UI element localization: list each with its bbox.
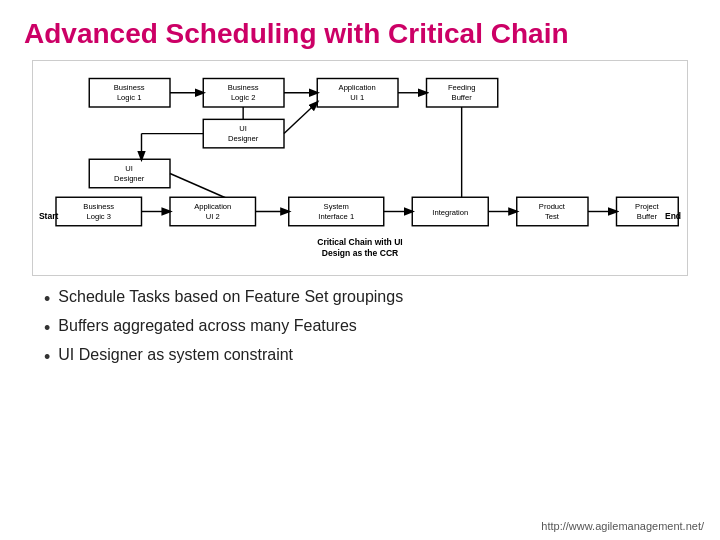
bullet-item-3: • UI Designer as system constraint bbox=[44, 346, 696, 369]
bullet-item-1: • Schedule Tasks based on Feature Set gr… bbox=[44, 288, 696, 311]
svg-text:Designer: Designer bbox=[114, 174, 145, 183]
svg-text:Designer: Designer bbox=[228, 134, 259, 143]
bullet-dot-2: • bbox=[44, 317, 50, 340]
svg-text:Business: Business bbox=[228, 83, 259, 92]
diagram-svg: Business Logic 1 Business Logic 2 Applic… bbox=[37, 69, 683, 269]
svg-text:Product: Product bbox=[539, 202, 566, 211]
svg-text:Business: Business bbox=[114, 83, 145, 92]
svg-text:Buffer: Buffer bbox=[637, 212, 658, 221]
footer-url: http://www.agilemanagement.net/ bbox=[541, 520, 704, 532]
page-title: Advanced Scheduling with Critical Chain bbox=[24, 18, 696, 50]
svg-line-20 bbox=[284, 102, 317, 133]
diagram-container: Business Logic 1 Business Logic 2 Applic… bbox=[32, 60, 688, 276]
svg-text:Interface 1: Interface 1 bbox=[318, 212, 354, 221]
svg-text:UI 1: UI 1 bbox=[350, 94, 364, 103]
svg-text:Application: Application bbox=[339, 83, 376, 92]
bullet-text-2: Buffers aggregated across many Features bbox=[58, 317, 357, 335]
bullet-text-1: Schedule Tasks based on Feature Set grou… bbox=[58, 288, 403, 306]
svg-text:Logic 1: Logic 1 bbox=[117, 94, 142, 103]
svg-text:Application: Application bbox=[194, 202, 231, 211]
bullet-section: • Schedule Tasks based on Feature Set gr… bbox=[24, 288, 696, 376]
svg-text:Project: Project bbox=[635, 202, 660, 211]
svg-text:End: End bbox=[665, 211, 681, 221]
svg-text:Start: Start bbox=[39, 211, 59, 221]
svg-text:Critical Chain with UI: Critical Chain with UI bbox=[317, 237, 402, 247]
bullet-text-3: UI Designer as system constraint bbox=[58, 346, 293, 364]
svg-text:UI 2: UI 2 bbox=[206, 212, 220, 221]
bullet-item-2: • Buffers aggregated across many Feature… bbox=[44, 317, 696, 340]
svg-text:Integration: Integration bbox=[432, 208, 468, 217]
svg-text:Test: Test bbox=[545, 212, 560, 221]
svg-text:UI: UI bbox=[125, 164, 133, 173]
svg-text:Buffer: Buffer bbox=[452, 94, 473, 103]
slide: Advanced Scheduling with Critical Chain … bbox=[0, 0, 720, 540]
svg-text:Logic 3: Logic 3 bbox=[87, 212, 112, 221]
svg-text:System: System bbox=[324, 202, 349, 211]
svg-text:Feeding: Feeding bbox=[448, 83, 475, 92]
bullet-dot-1: • bbox=[44, 288, 50, 311]
svg-text:Business: Business bbox=[83, 202, 114, 211]
svg-text:Logic 2: Logic 2 bbox=[231, 94, 256, 103]
svg-text:UI: UI bbox=[239, 124, 247, 133]
bullet-dot-3: • bbox=[44, 346, 50, 369]
svg-text:Design as the CCR: Design as the CCR bbox=[322, 248, 398, 258]
